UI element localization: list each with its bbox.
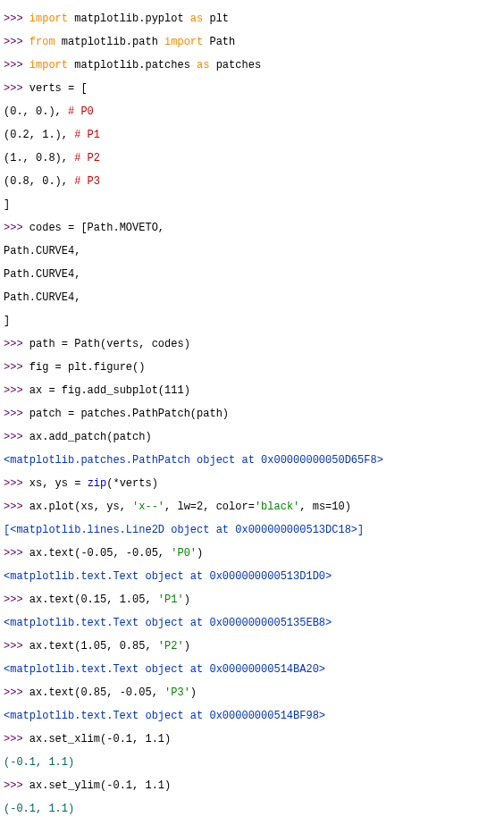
code-line: >>> ax.text(-0.05, -0.05, 'P0'): [4, 548, 500, 560]
code-line: Path.CURVE4,: [4, 269, 500, 281]
code-line: Path.CURVE4,: [4, 246, 500, 257]
code-line: >>> patch = patches.PathPatch(path): [4, 408, 500, 420]
repl-output: <matplotlib.text.Text object at 0x000000…: [4, 571, 500, 583]
code-line: >>> verts = [: [4, 83, 500, 95]
code-line: >>> xs, ys = zip(*verts): [4, 478, 500, 490]
code-line: >>> ax.text(1.05, 0.85, 'P2'): [4, 641, 500, 652]
code-line: ]: [4, 199, 500, 211]
repl-output: <matplotlib.text.Text object at 0x000000…: [4, 664, 500, 676]
code-line: (0., 0.), # P0: [4, 106, 500, 118]
code-line: >>> ax = fig.add_subplot(111): [4, 385, 500, 397]
code-line: >>> path = Path(verts, codes): [4, 339, 500, 350]
code-line: (0.2, 1.), # P1: [4, 130, 500, 141]
code-line: Path.CURVE4,: [4, 292, 500, 304]
code-line: >>> ax.plot(xs, ys, 'x--', lw=2, color='…: [4, 501, 500, 513]
code-line: ]: [4, 316, 500, 327]
repl-output: <matplotlib.text.Text object at 0x000000…: [4, 618, 500, 629]
python-repl[interactable]: >>> import matplotlib.pyplot as plt >>> …: [0, 0, 504, 825]
code-line: >>> fig = plt.figure(): [4, 362, 500, 374]
repl-output: (-0.1, 1.1): [4, 804, 500, 815]
code-line: (1., 0.8), # P2: [4, 153, 500, 164]
code-line: >>> ax.add_patch(patch): [4, 432, 500, 443]
code-line: >>> import matplotlib.patches as patches: [4, 60, 500, 72]
code-line: >>> ax.set_ylim(-0.1, 1.1): [4, 780, 500, 792]
repl-output: [<matplotlib.lines.Line2D object at 0x00…: [4, 525, 500, 536]
repl-output: <matplotlib.patches.PathPatch object at …: [4, 455, 500, 467]
code-line: >>> ax.set_xlim(-0.1, 1.1): [4, 734, 500, 745]
code-line: (0.8, 0.), # P3: [4, 176, 500, 188]
code-line: >>> ax.text(0.15, 1.05, 'P1'): [4, 594, 500, 606]
repl-output: (-0.1, 1.1): [4, 757, 500, 769]
code-line: >>> import matplotlib.pyplot as plt: [4, 13, 500, 25]
code-line: >>> from matplotlib.path import Path: [4, 37, 500, 48]
code-line: >>> codes = [Path.MOVETO,: [4, 223, 500, 234]
code-line: >>> ax.text(0.85, -0.05, 'P3'): [4, 687, 500, 699]
repl-output: <matplotlib.text.Text object at 0x000000…: [4, 711, 500, 722]
